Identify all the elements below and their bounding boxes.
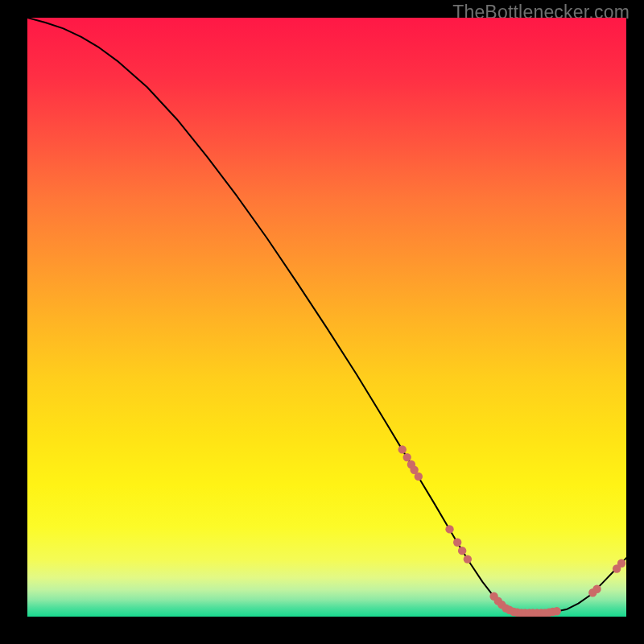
plot-area (27, 18, 626, 617)
data-marker (445, 525, 453, 533)
data-marker (403, 453, 411, 461)
data-marker (464, 555, 472, 563)
data-marker (453, 539, 461, 547)
data-marker (398, 445, 407, 453)
chart-root: TheBottleneсker.com (0, 0, 644, 644)
data-marker (553, 607, 561, 615)
data-marker (592, 585, 601, 593)
data-marker (617, 559, 625, 568)
data-marker (415, 473, 423, 481)
data-marker (458, 547, 466, 555)
chart-svg (27, 18, 626, 617)
chart-background (27, 18, 626, 617)
